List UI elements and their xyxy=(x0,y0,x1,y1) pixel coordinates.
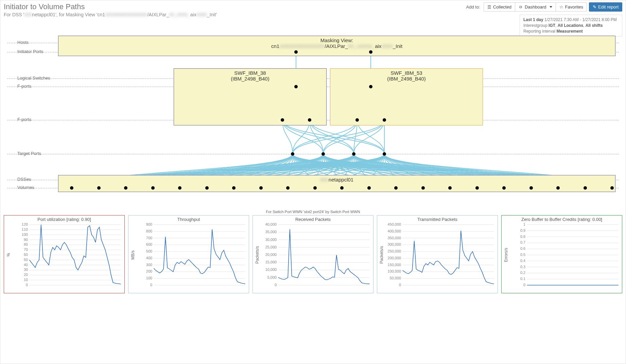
row-label-logsw: Logical Switches xyxy=(17,75,50,81)
svg-text:20: 20 xyxy=(24,273,28,277)
y-axis-label: % xyxy=(5,223,12,287)
f-port[interactable] xyxy=(369,85,372,88)
row-label-tgtports: Target Ports xyxy=(17,151,41,156)
svg-text:200: 200 xyxy=(146,270,152,274)
f-port[interactable] xyxy=(281,118,284,122)
svg-text:80: 80 xyxy=(24,243,28,247)
volume-port[interactable] xyxy=(340,186,344,190)
volume-port[interactable] xyxy=(70,186,73,190)
svg-text:120: 120 xyxy=(22,223,28,226)
svg-text:100: 100 xyxy=(22,232,28,237)
switch-box-2[interactable]: SWF_IBM_53(IBM_2498_B40) xyxy=(330,68,483,125)
masking-view-box[interactable]: Masking View:cn1################/AIXLPar… xyxy=(58,36,615,56)
volume-port[interactable] xyxy=(448,186,452,190)
svg-text:200,000: 200,000 xyxy=(388,256,401,260)
f-port[interactable] xyxy=(383,118,386,122)
volume-port[interactable] xyxy=(232,186,236,190)
svg-text:0: 0 xyxy=(399,283,401,287)
svg-text:0: 0 xyxy=(275,283,277,287)
favorites-button[interactable]: ☆Favorites xyxy=(556,2,587,12)
addto-label: Add to: xyxy=(466,4,480,10)
volume-port[interactable] xyxy=(421,186,425,190)
row-label-initports: Initiator Ports xyxy=(17,49,44,54)
target-port[interactable] xyxy=(352,152,355,156)
svg-text:30: 30 xyxy=(24,268,28,272)
svg-text:10: 10 xyxy=(24,278,28,282)
volume-port[interactable] xyxy=(475,186,479,190)
f-port[interactable] xyxy=(294,85,298,88)
f-port[interactable] xyxy=(355,118,359,122)
svg-text:0.2: 0.2 xyxy=(520,271,525,275)
page-subtitle: For DSS '###netappcl01', for Masking Vie… xyxy=(4,12,217,17)
initiator-port[interactable] xyxy=(294,50,298,54)
chevron-down-icon xyxy=(550,6,552,8)
edit-report-button[interactable]: ✎Edit report xyxy=(589,2,622,12)
svg-text:300,000: 300,000 xyxy=(388,243,401,247)
volume-port[interactable] xyxy=(259,186,263,190)
chart-title: Zero Buffer to Buffer Credits [rating: 0… xyxy=(503,217,621,222)
svg-text:100,000: 100,000 xyxy=(388,270,401,274)
volume-port[interactable] xyxy=(151,186,155,190)
volume-port[interactable] xyxy=(178,186,181,190)
svg-text:35,000: 35,000 xyxy=(265,230,277,234)
star-icon: ☆ xyxy=(559,4,563,10)
volume-port[interactable] xyxy=(584,186,587,190)
svg-text:0.1: 0.1 xyxy=(520,277,525,281)
addto-button-group: ☰Collected ⛭Dashboard ☆Favorites xyxy=(484,2,587,12)
row-line xyxy=(7,154,619,154)
initiator-port[interactable] xyxy=(369,50,372,54)
svg-text:700: 700 xyxy=(146,236,152,240)
chart-card[interactable]: Received PacketsPackets/s05,00010,00015,… xyxy=(253,215,373,293)
svg-text:0.7: 0.7 xyxy=(520,241,525,245)
volume-port[interactable] xyxy=(610,186,614,190)
chart-card[interactable]: Transmitted PacketsPackets/s050,000100,0… xyxy=(377,215,498,293)
svg-text:0: 0 xyxy=(26,283,28,287)
volume-port[interactable] xyxy=(394,186,398,190)
svg-text:0.4: 0.4 xyxy=(520,259,525,263)
target-port[interactable] xyxy=(291,152,294,156)
row-label-fports1: F-ports xyxy=(17,84,31,89)
volume-port[interactable] xyxy=(286,186,290,190)
volume-port[interactable] xyxy=(529,186,533,190)
volume-port[interactable] xyxy=(556,186,560,190)
svg-text:800: 800 xyxy=(146,229,152,233)
svg-text:20,000: 20,000 xyxy=(265,253,277,257)
svg-text:450,000: 450,000 xyxy=(388,223,401,226)
svg-text:30,000: 30,000 xyxy=(265,238,277,242)
svg-text:400: 400 xyxy=(146,256,152,260)
volume-port[interactable] xyxy=(367,186,371,190)
chart-title: Received Packets xyxy=(254,217,372,222)
f-port[interactable] xyxy=(308,118,311,122)
svg-text:0.5: 0.5 xyxy=(520,253,525,257)
dss-box[interactable]: ###netappcl01 xyxy=(58,175,615,192)
chart-card[interactable]: ThroughputMB/s01002003004005006007008009… xyxy=(128,215,249,293)
svg-text:50: 50 xyxy=(24,258,28,262)
svg-text:5,000: 5,000 xyxy=(267,275,277,279)
chart-strip-header: For Switch Port WWN 'slot2 port24' by Sw… xyxy=(4,210,622,214)
chart-card[interactable]: Zero Buffer to Buffer Credits [rating: 0… xyxy=(501,215,622,293)
volume-port[interactable] xyxy=(205,186,209,190)
svg-text:110: 110 xyxy=(22,227,28,231)
svg-text:500: 500 xyxy=(146,249,152,254)
target-port[interactable] xyxy=(321,152,325,156)
dashboard-button[interactable]: ⛭Dashboard xyxy=(515,2,556,12)
volume-port[interactable] xyxy=(97,186,101,190)
volume-port[interactable] xyxy=(313,186,317,190)
svg-text:90: 90 xyxy=(24,238,28,242)
edit-icon: ✎ xyxy=(593,4,596,10)
switch-box-1[interactable]: SWF_IBM_38(IBM_2498_B40) xyxy=(174,68,327,125)
svg-text:350,000: 350,000 xyxy=(388,236,401,240)
svg-text:40: 40 xyxy=(24,263,28,267)
svg-text:900: 900 xyxy=(146,223,152,226)
collected-button[interactable]: ☰Collected xyxy=(484,2,515,12)
volume-port[interactable] xyxy=(124,186,127,190)
svg-text:50,000: 50,000 xyxy=(390,276,401,280)
target-port[interactable] xyxy=(383,152,386,156)
chart-card[interactable]: Port utilization [rating: 0.90]%01020304… xyxy=(4,215,125,293)
y-axis-label: MB/s xyxy=(130,223,136,287)
volume-port[interactable] xyxy=(502,186,506,190)
svg-text:300: 300 xyxy=(146,263,152,267)
svg-text:0.6: 0.6 xyxy=(520,247,525,251)
row-label-hosts: Hosts xyxy=(17,40,29,45)
list-icon: ☰ xyxy=(487,4,491,10)
